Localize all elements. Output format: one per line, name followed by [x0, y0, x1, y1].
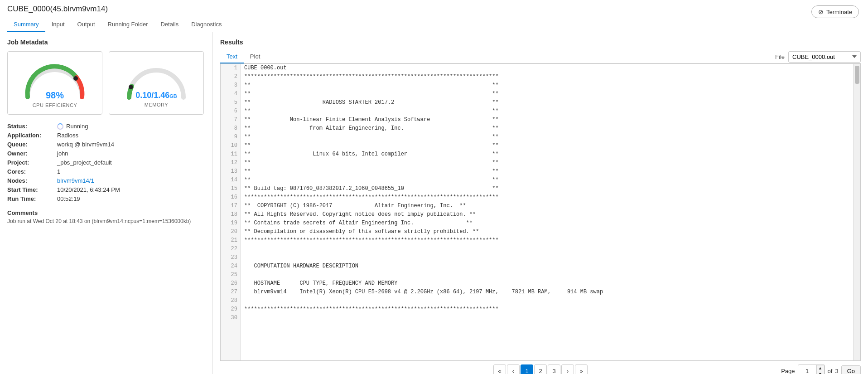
comments-text: Job run at Wed Oct 20 at 18:43 on (blrvm…	[7, 218, 205, 224]
code-text-area[interactable]: CUBE_0000.out **************************…	[241, 64, 853, 360]
pagination-nav: « ‹ 1 2 3 › »	[493, 364, 588, 374]
memory-gauge-card: 0.10/1.46GB MEMORY	[109, 51, 204, 115]
page-1-button[interactable]: 1	[521, 364, 533, 374]
page-input[interactable]	[798, 365, 816, 374]
cores-label: Cores:	[7, 168, 57, 175]
terminate-button[interactable]: ⊘ Terminate	[811, 5, 859, 18]
page-2-button[interactable]: 2	[534, 364, 547, 374]
running-spinner	[57, 123, 63, 130]
page-prev-button[interactable]: ‹	[507, 364, 520, 374]
page-last-button[interactable]: »	[575, 364, 588, 374]
tab-output[interactable]: Output	[71, 17, 101, 32]
page-3-button[interactable]: 3	[548, 364, 560, 374]
svg-point-1	[129, 85, 133, 89]
page-first-button[interactable]: «	[493, 364, 506, 374]
owner-value: john	[57, 150, 205, 157]
tab-diagnostics[interactable]: Diagnostics	[185, 17, 228, 32]
page-go-button[interactable]: Go	[841, 365, 861, 374]
start-time-value: 10/20/2021, 6:43:24 PM	[57, 186, 205, 193]
memory-value: 0.10/1.46GB	[135, 91, 177, 100]
app-title: CUBE_0000(45.blrvm9vm14)	[7, 5, 861, 14]
svg-point-0	[73, 76, 78, 81]
terminate-label: Terminate	[826, 9, 852, 15]
run-time-label: Run Time:	[7, 195, 57, 202]
page-label: Page	[781, 368, 795, 374]
file-dropdown[interactable]: CUBE_0000.out	[788, 51, 861, 63]
project-label: Project:	[7, 159, 57, 166]
nodes-value[interactable]: blrvm9vm14/1	[57, 177, 205, 184]
queue-label: Queue:	[7, 141, 57, 148]
result-tab-text[interactable]: Text	[220, 50, 244, 63]
run-time-value: 00:52:19	[57, 195, 205, 202]
application-value: Radioss	[57, 132, 205, 139]
queue-value: workq @ blrvm9vm14	[57, 141, 205, 148]
code-viewer: 1234567891011121314151617181920212223242…	[220, 63, 861, 361]
cpu-efficiency-value: 98%	[33, 90, 77, 101]
cpu-efficiency-label: CPU EFFICIENCY	[33, 102, 77, 108]
page-spinner[interactable]: ▲ ▼	[816, 365, 825, 374]
cores-value: 1	[57, 168, 205, 175]
status-label: Status:	[7, 123, 57, 130]
terminate-icon: ⊘	[818, 8, 824, 15]
job-metadata-title: Job Metadata	[7, 39, 205, 46]
page-up-arrow[interactable]: ▲	[816, 365, 825, 371]
results-title: Results	[220, 39, 861, 46]
page-total: 3	[835, 368, 838, 374]
tab-summary[interactable]: Summary	[7, 17, 45, 32]
comments-title: Comments	[7, 209, 205, 216]
memory-label: MEMORY	[135, 102, 177, 107]
scroll-thumb[interactable]	[855, 66, 859, 84]
scrollbar[interactable]	[853, 64, 860, 360]
tab-input[interactable]: Input	[45, 17, 71, 32]
page-of-label: of	[828, 368, 833, 374]
tab-details[interactable]: Details	[154, 17, 185, 32]
tab-running-folder[interactable]: Running Folder	[101, 17, 154, 32]
owner-label: Owner:	[7, 150, 57, 157]
page-down-arrow[interactable]: ▼	[816, 371, 825, 374]
cpu-gauge-card: 98% CPU EFFICIENCY	[7, 51, 102, 115]
application-label: Application:	[7, 132, 57, 139]
nodes-label: Nodes:	[7, 177, 57, 184]
status-value: Running	[57, 123, 205, 130]
result-tab-plot[interactable]: Plot	[244, 50, 266, 63]
page-next-button[interactable]: ›	[561, 364, 574, 374]
start-time-label: Start Time:	[7, 186, 57, 193]
file-label: File	[775, 53, 785, 60]
line-numbers: 1234567891011121314151617181920212223242…	[221, 64, 241, 360]
project-value: _pbs_project_default	[57, 159, 205, 166]
